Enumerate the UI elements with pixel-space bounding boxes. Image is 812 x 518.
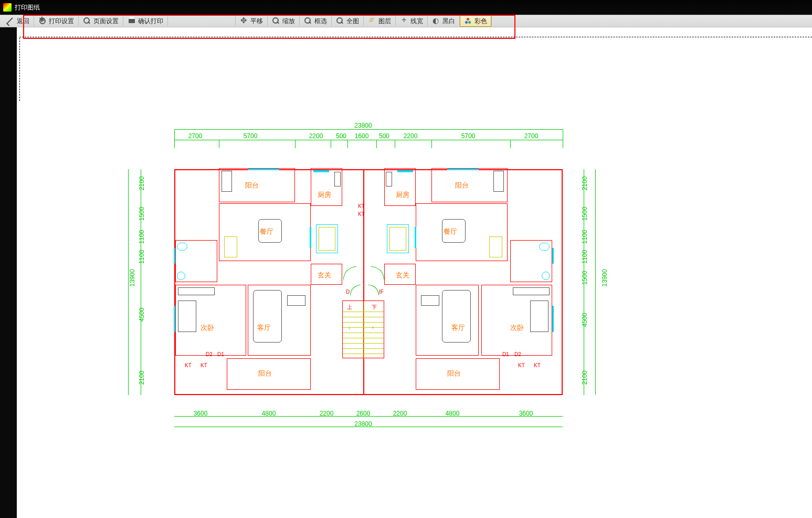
- dim-seg: 2100: [581, 367, 588, 388]
- dim-seg: 2600: [347, 410, 379, 417]
- marker-d2: D2: [514, 351, 521, 357]
- canvas[interactable]: 23800 2700 5700 2200 500 1600 500 2200 5…: [17, 27, 812, 518]
- dim-seg: 1600: [349, 132, 375, 140]
- pan-label: 平移: [250, 17, 263, 26]
- app-icon: [3, 3, 12, 12]
- label-kitchen: 厨房: [396, 190, 409, 200]
- marker-kt: KT: [201, 362, 207, 368]
- dim-right-total: 13900: [601, 262, 608, 294]
- marker-d1: D1: [217, 351, 224, 357]
- dim-seg: 2200: [384, 410, 416, 417]
- dim-seg: 2200: [311, 410, 342, 417]
- layers-icon: [368, 17, 376, 25]
- back-icon: [6, 17, 15, 26]
- crop-guide-left: [19, 38, 20, 101]
- black-white-button[interactable]: 黑白: [428, 15, 459, 27]
- dim-left-total: 13900: [129, 262, 136, 294]
- dim-top-total: 23800: [347, 122, 379, 129]
- marker-kt: KT: [185, 362, 192, 368]
- marker-kt: KT: [358, 211, 365, 217]
- marker-kt: KT: [518, 362, 525, 368]
- label-balcony: 阳台: [258, 369, 272, 378]
- dim-seg: 5700: [235, 132, 266, 140]
- print-settings-button[interactable]: 打印设置: [34, 15, 78, 27]
- label-balcony: 阳台: [455, 181, 469, 190]
- marker-d1: D1: [502, 351, 509, 357]
- bw-label: 黑白: [442, 17, 455, 26]
- floor-plan: 23800 2700 5700 2200 500 1600 500 2200 5…: [122, 122, 615, 490]
- toolbar: 返回 打印设置 页面设置 确认打印 平移 缩放 框选 全图 图层 线宽 黑白 彩…: [0, 15, 812, 27]
- page-settings-button[interactable]: 页面设置: [79, 15, 123, 27]
- zoom-button[interactable]: 缩放: [268, 15, 299, 27]
- window-title: 打印图纸: [15, 3, 40, 12]
- dim-line: [174, 129, 563, 130]
- dim-seg: 4500: [581, 309, 588, 330]
- color-icon: [464, 17, 472, 25]
- dim-seg: 4500: [138, 304, 145, 325]
- back-button[interactable]: 返回: [0, 15, 34, 27]
- label-entrance: 玄关: [396, 271, 409, 280]
- line-width-button[interactable]: 线宽: [396, 15, 427, 27]
- dim-seg: 2200: [300, 132, 332, 140]
- dim-seg: 4800: [437, 410, 468, 417]
- dim-bottom-total: 23800: [347, 420, 379, 428]
- full-view-button[interactable]: 全图: [332, 15, 363, 27]
- pan-button[interactable]: 平移: [236, 15, 267, 27]
- dim-seg: 500: [374, 132, 395, 140]
- dim-seg: 1100: [138, 246, 145, 267]
- marker-down: 下: [372, 304, 377, 311]
- print-settings-label: 打印设置: [49, 17, 74, 26]
- label-living: 客厅: [451, 323, 465, 333]
- full-view-icon: [336, 17, 344, 25]
- dim-seg: 2100: [138, 173, 145, 194]
- label-balcony: 阳台: [245, 181, 259, 190]
- dim-seg: 2100: [581, 173, 588, 194]
- marker-kt: KT: [358, 203, 365, 209]
- gear-icon: [38, 17, 47, 25]
- dim-seg: 2100: [138, 367, 145, 388]
- dim-seg: 2700: [180, 132, 211, 140]
- box-select-icon: [304, 17, 312, 25]
- color-label: 彩色: [474, 17, 487, 26]
- dim-seg: 1500: [581, 267, 588, 288]
- confirm-print-label: 确认打印: [138, 17, 163, 26]
- marker-d2: D2: [206, 351, 213, 357]
- back-label: 返回: [17, 17, 29, 26]
- dim-seg: 1100: [581, 226, 588, 247]
- dim-seg: 3600: [185, 410, 216, 417]
- label-entrance: 玄关: [318, 271, 331, 280]
- confirm-print-button[interactable]: 确认打印: [123, 15, 167, 27]
- label-dining: 餐厅: [260, 227, 273, 236]
- label-balcony: 阳台: [447, 369, 461, 378]
- marker-if: IF: [379, 289, 384, 295]
- layers-button[interactable]: 图层: [364, 15, 395, 27]
- label-dining: 餐厅: [444, 227, 457, 236]
- label-bedroom2: 次卧: [510, 323, 524, 333]
- bw-icon: [432, 17, 440, 25]
- dim-line: [174, 140, 563, 140]
- box-select-button[interactable]: 框选: [300, 15, 331, 27]
- printer-icon: [128, 17, 136, 25]
- dim-seg: 2200: [395, 132, 426, 140]
- dim-seg: 2700: [515, 132, 547, 140]
- zoom-label: 缩放: [282, 17, 295, 26]
- sidebar: [0, 27, 17, 518]
- dim-seg: 1500: [138, 203, 145, 224]
- crop-guide-top: [19, 37, 812, 37]
- dim-seg: 1100: [138, 226, 145, 247]
- label-kitchen: 厨房: [318, 190, 331, 200]
- stairs: 上 下 ↓ ↑: [342, 301, 384, 358]
- dim-seg: 1100: [581, 246, 588, 267]
- label-bedroom2: 次卧: [201, 323, 214, 333]
- line-width-label: 线宽: [410, 17, 423, 26]
- layers-label: 图层: [378, 17, 391, 26]
- dim-seg: 3600: [510, 410, 542, 417]
- pan-icon: [240, 17, 248, 25]
- marker-d: D: [346, 289, 350, 295]
- marker-up: 上: [347, 304, 352, 311]
- color-button[interactable]: 彩色: [460, 15, 491, 27]
- dim-seg: 4800: [253, 410, 284, 417]
- marker-kt: KT: [534, 362, 541, 368]
- zoom-icon: [272, 17, 280, 25]
- magnifier-icon: [83, 17, 91, 25]
